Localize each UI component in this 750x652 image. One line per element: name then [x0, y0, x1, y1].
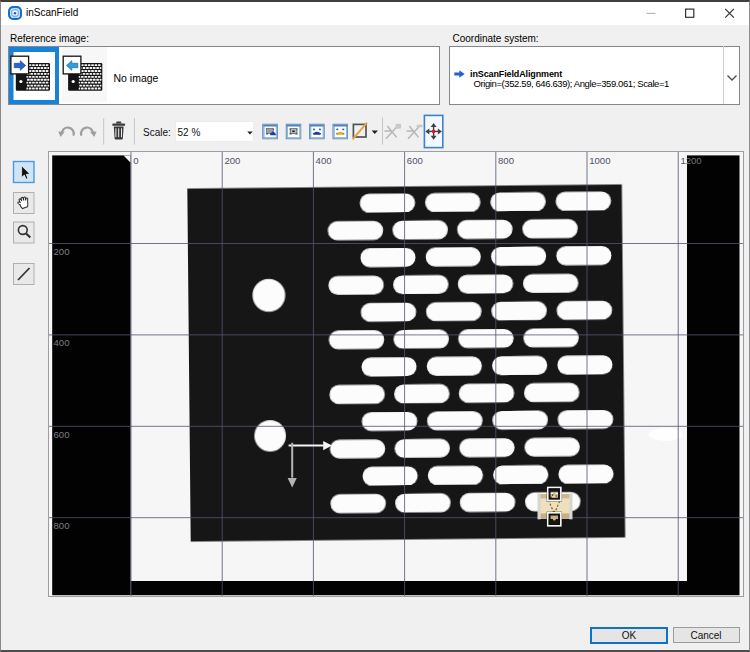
svg-text:200: 200 — [53, 246, 69, 257]
svg-text:800: 800 — [498, 155, 514, 166]
svg-text:800: 800 — [53, 520, 69, 531]
svg-text:1000: 1000 — [589, 155, 610, 166]
svg-text:400: 400 — [53, 337, 69, 348]
svg-text:200: 200 — [685, 155, 701, 166]
svg-text:600: 600 — [53, 429, 69, 440]
